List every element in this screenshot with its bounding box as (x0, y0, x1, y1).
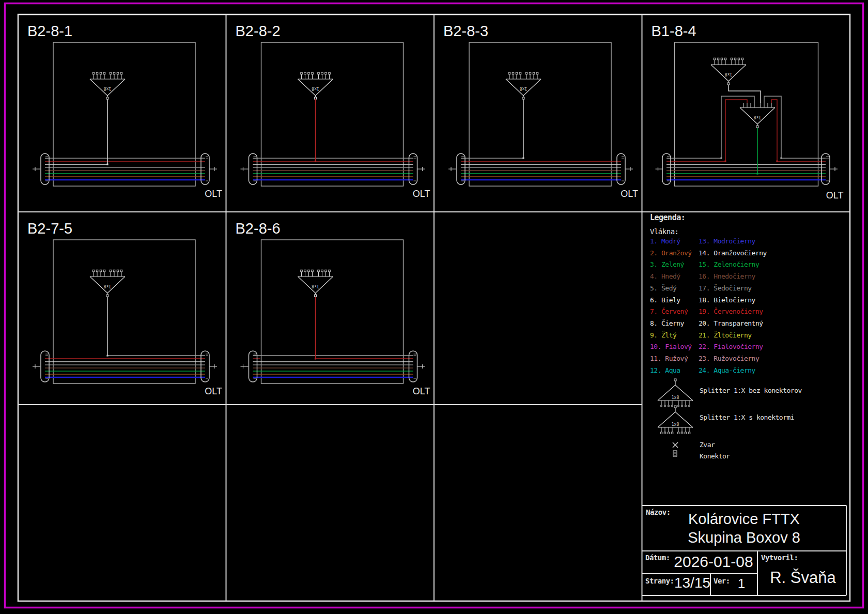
titleblock-datum-value: 2026-01-08 (670, 553, 757, 571)
legend-symbol-label-zvar: Zvar (700, 441, 715, 449)
legend-fiber-item: 8. Čierny (650, 319, 684, 327)
text-overlay: Legenda: Vlákna: Názov: Kolárovice FTTX … (0, 0, 868, 614)
legend-symbol-label-splitter-s: Splitter 1:X s konektormi (700, 413, 794, 421)
legend-fiber-item: 15. Zelenočierny (699, 260, 759, 268)
titleblock-datum-label: Dátum: (645, 554, 670, 562)
legend-symbol-label-splitter-bez: Splitter 1:X bez konektorov (700, 387, 802, 394)
legend-fiber-item: 9. Žltý (650, 331, 676, 339)
titleblock-vytvoril-value: R. Švaňa (760, 569, 846, 587)
olt-label-b2-7-5: OLT (183, 386, 222, 397)
legend-fiber-item: 23. Ružovočierny (699, 355, 759, 362)
panel-label-b2-8-6: B2-8-6 (236, 220, 281, 237)
legend-fiber-item: 7. Červený (650, 308, 688, 315)
titleblock-strany-value: 13/15 (672, 575, 713, 591)
titleblock-vytvoril-label: Vytvoril: (761, 554, 798, 562)
titleblock-ver-value: 1 (734, 576, 749, 592)
legend-subtitle: Vlákna: (650, 227, 679, 236)
legend-fiber-item: 1. Modrý (650, 237, 680, 245)
legend-fiber-item: 3. Zelený (650, 260, 684, 268)
drawing-title-line1: Kolárovice FTTX (642, 511, 846, 528)
legend-symbol-label-konektor: Konektor (700, 452, 730, 460)
panel-label-b2-8-1: B2-8-1 (27, 23, 72, 40)
legend-fiber-item: 6. Biely (650, 296, 680, 304)
olt-label-b2-8-1: OLT (183, 189, 222, 199)
panel-label-b2-8-3: B2-8-3 (443, 23, 488, 40)
titleblock-ver-label: Ver: (714, 577, 730, 585)
olt-label-b2-8-2: OLT (392, 189, 430, 199)
titleblock-strany-label: Strany: (645, 577, 674, 585)
panel-label-b2-7-5: B2-7-5 (27, 220, 72, 237)
drawing-title-line2: Skupina Boxov 8 (642, 529, 846, 546)
legend-title: Legenda: (650, 213, 685, 222)
legend-fiber-item: 22. Fialovočierny (699, 343, 763, 350)
panel-label-b2-8-2: B2-8-2 (236, 23, 281, 40)
legend-fiber-item: 5. Šedý (650, 284, 676, 292)
legend-fiber-item: 21. Žltočierny (699, 331, 752, 339)
olt-label-b2-8-6: OLT (392, 386, 430, 397)
legend-fiber-item: 17. Šedočierny (699, 284, 752, 292)
legend-fiber-item: 16. Hnedočierny (699, 272, 755, 280)
legend-fiber-item: 11. Ružový (650, 355, 688, 362)
legend-fiber-item: 2. Oranžový (650, 249, 692, 257)
olt-label-b1-8-4: OLT (805, 190, 844, 201)
legend-fiber-item: 4. Hnedý (650, 272, 680, 280)
legend-fiber-item: 20. Transparentný (699, 319, 763, 327)
legend-fiber-item: 12. Aqua (650, 366, 680, 374)
legend-fiber-item: 10. Fialový (650, 343, 692, 350)
legend-fiber-item: 14. Oranžovočierny (699, 249, 767, 257)
legend-fiber-item: 13. Modročierny (699, 237, 755, 245)
legend-fiber-item: 18. Bieločierny (699, 296, 755, 304)
panel-label-b1-8-4: B1-8-4 (652, 23, 696, 40)
fttx-cad-drawing: 1x81x81x81x81x81x81x81x81x8 Legenda: Vlá… (0, 0, 868, 614)
legend-fiber-item: 24. Aqua-čierny (699, 366, 755, 374)
olt-label-b2-8-3: OLT (599, 189, 638, 199)
legend-fiber-item: 19. Červenočierny (699, 308, 763, 315)
